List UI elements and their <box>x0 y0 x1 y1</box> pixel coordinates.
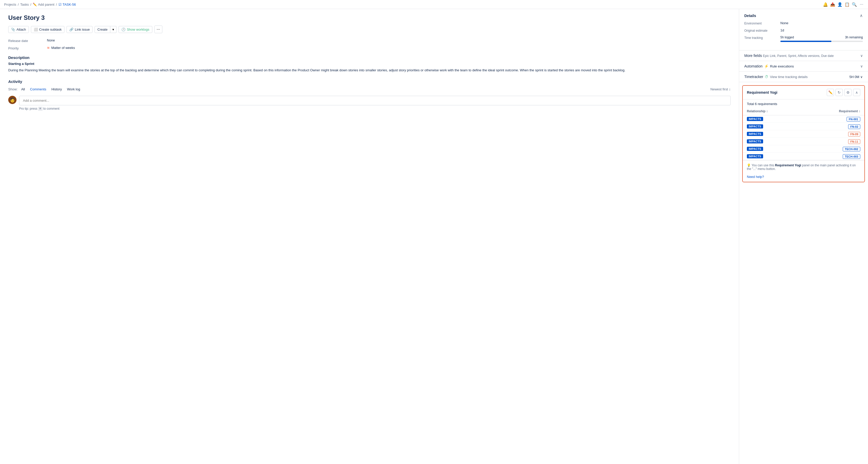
automation-chevron-icon: ∨ <box>860 64 863 68</box>
req-link[interactable]: FN-02 <box>848 124 860 129</box>
copy-icon[interactable]: 📋 <box>845 2 849 7</box>
req-tip: 💡 You can use this Requirement Yogi pane… <box>743 160 864 174</box>
automation-label: Automation ⚡ Rule executions <box>744 64 794 68</box>
req-row: IMPACTS FN-09 <box>743 130 864 138</box>
left-panel: User Story 3 📎 Attach ⬜ Create subtask 🔗… <box>0 9 739 464</box>
lightning-icon: ⚡ <box>764 64 769 68</box>
impacts-badge: IMPACTS <box>747 132 763 136</box>
impacts-badge: IMPACTS <box>747 147 763 151</box>
filter-all-button[interactable]: All <box>20 87 26 92</box>
link-issue-button[interactable]: 🔗 Link issue <box>66 26 93 33</box>
link-icon: 🔗 <box>69 28 73 31</box>
original-estimate-label: Original estimate <box>744 28 780 32</box>
share-icon[interactable]: 📤 <box>830 2 835 7</box>
details-section: Details ∧ Environment None Original esti… <box>739 9 868 51</box>
search-icon[interactable]: 🔍 <box>852 2 857 7</box>
more-fields-row[interactable]: More fields Epic Link, Parent, Sprint, A… <box>739 51 868 61</box>
create-button[interactable]: Create <box>95 26 110 33</box>
bell-icon[interactable]: 🔔 <box>823 2 828 7</box>
main-layout: User Story 3 📎 Attach ⬜ Create subtask 🔗… <box>0 9 868 464</box>
create-button-group: Create ▾ <box>95 26 117 33</box>
subtask-icon: ⬜ <box>34 28 38 31</box>
details-collapse-button[interactable]: ∧ <box>860 13 863 18</box>
environment-value[interactable]: None <box>780 21 788 25</box>
breadcrumb: Projects / Tasks / ✏️ Add parent / ☑ TAS… <box>0 0 868 9</box>
timetracker-label: Timetracker ⏱ View time tracking details <box>744 75 808 79</box>
automation-sub: Rule executions <box>770 64 794 68</box>
timetracker-link[interactable]: View time tracking details <box>770 75 807 79</box>
req-help-link[interactable]: Need help? <box>743 174 864 182</box>
release-date-value[interactable]: None <box>47 38 55 42</box>
req-actions: ✏️ ↻ ⚙ ∧ <box>827 89 860 96</box>
time-tracking-bar: 5h logged 3h remaining <box>780 36 863 43</box>
filter-history-button[interactable]: History <box>50 87 63 92</box>
req-relationship-col-header: Relationship ↕ <box>747 109 804 113</box>
breadcrumb-task-id[interactable]: ☑ TASK-56 <box>59 3 76 6</box>
time-bar-track <box>780 41 863 42</box>
show-worklogs-button[interactable]: 🕐 Show worklogs <box>119 26 152 33</box>
create-dropdown-button[interactable]: ▾ <box>110 26 117 33</box>
timetracker-value: 5H 0M ∨ <box>849 75 863 79</box>
breadcrumb-tasks[interactable]: Tasks <box>20 3 29 6</box>
more-icon[interactable]: ··· <box>859 2 864 7</box>
original-estimate-field: Original estimate 1d <box>744 28 863 32</box>
activity-title: Activity <box>8 79 731 84</box>
environment-field: Environment None <box>744 21 863 25</box>
impacts-badge: IMPACTS <box>747 154 763 158</box>
pro-tip: Pro tip: press M to comment <box>19 107 731 110</box>
impacts-badge: IMPACTS <box>747 139 763 143</box>
time-remaining: 3h remaining <box>845 36 863 39</box>
requirement-yogi-panel: Requirement Yogi ✏️ ↻ ⚙ ∧ Total 6 requir… <box>742 85 865 182</box>
user-icon[interactable]: 👤 <box>838 2 842 7</box>
priority-label: Priority <box>8 46 47 50</box>
page-title: User Story 3 <box>8 14 731 21</box>
impacts-badge: IMPACTS <box>747 117 763 121</box>
req-link[interactable]: TECH-002 <box>843 147 860 151</box>
details-title: Details <box>744 14 756 18</box>
req-edit-button[interactable]: ✏️ <box>827 89 834 96</box>
attach-button[interactable]: 📎 Attach <box>8 26 29 33</box>
create-subtask-button[interactable]: ⬜ Create subtask <box>31 26 64 33</box>
timetracker-chevron-icon[interactable]: ∨ <box>860 75 863 79</box>
time-tracking-labels: 5h logged 3h remaining <box>780 36 863 39</box>
breadcrumb-projects[interactable]: Projects <box>4 3 16 6</box>
req-rows-container: IMPACTS FN-001 IMPACTS FN-02 IMPACTS FN-… <box>743 115 864 160</box>
filter-comments-button[interactable]: Comments <box>29 87 48 92</box>
sort-button[interactable]: Newest first ↕ <box>711 87 731 91</box>
time-tracking-label: Time tracking <box>744 36 780 40</box>
details-header: Details ∧ <box>744 13 863 18</box>
req-refresh-button[interactable]: ↻ <box>836 89 843 96</box>
release-date-field: Release date None <box>8 38 731 43</box>
req-link[interactable]: TECH-003 <box>843 154 860 158</box>
more-fields-chevron-icon: ∨ <box>860 54 863 58</box>
pencil-icon: ✏️ <box>33 3 37 6</box>
req-row: IMPACTS FN-02 <box>743 123 864 130</box>
filter-worklog-button[interactable]: Work log <box>65 87 82 92</box>
breadcrumb-add-parent[interactable]: ✏️ Add parent <box>33 3 54 6</box>
req-link[interactable]: FN-11 <box>848 139 860 143</box>
priority-value[interactable]: ≋ Matter of weeks <box>47 46 75 50</box>
top-bar-actions: 🔔 📤 👤 📋 🔍 ··· <box>823 2 864 7</box>
comment-input[interactable] <box>19 96 731 105</box>
req-header: Requirement Yogi ✏️ ↻ ⚙ ∧ <box>743 86 864 99</box>
priority-icon: ≋ <box>47 46 50 50</box>
right-panel: Details ∧ Environment None Original esti… <box>739 9 868 464</box>
automation-row[interactable]: Automation ⚡ Rule executions ∨ <box>739 61 868 72</box>
req-link[interactable]: FN-001 <box>847 117 860 121</box>
original-estimate-value[interactable]: 1d <box>780 28 784 32</box>
req-collapse-button[interactable]: ∧ <box>853 89 860 96</box>
req-link[interactable]: FN-09 <box>848 132 860 136</box>
activity-section: Activity Show: All Comments History Work… <box>8 79 731 110</box>
req-row: IMPACTS TECH-002 <box>743 145 864 153</box>
environment-label: Environment <box>744 21 780 25</box>
req-settings-button[interactable]: ⚙ <box>844 89 851 96</box>
timetracker-row: Timetracker ⏱ View time tracking details… <box>739 72 868 82</box>
description-body: During the Planning Meeting the team wil… <box>8 68 731 73</box>
impacts-badge: IMPACTS <box>747 124 763 129</box>
more-options-button[interactable]: ··· <box>154 26 162 33</box>
req-requirement-col-header: Requirement ↕ <box>804 109 860 113</box>
show-label: Show: <box>8 87 18 91</box>
description-title: Description <box>8 55 731 60</box>
activity-filter-row: Show: All Comments History Work log Newe… <box>8 87 731 92</box>
time-logged: 5h logged <box>780 36 794 39</box>
